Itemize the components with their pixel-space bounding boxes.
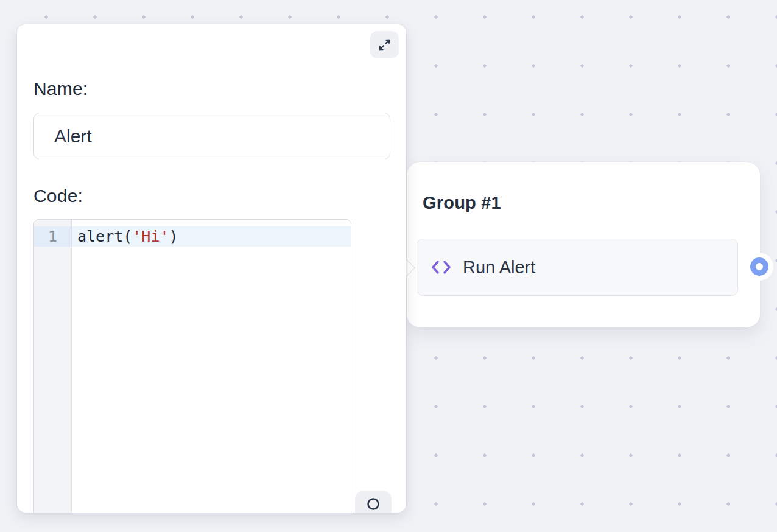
expand-button[interactable] bbox=[370, 31, 399, 58]
line-number: 1 bbox=[34, 226, 71, 247]
node-editor-panel: Name: Code: 1 alert('Hi') bbox=[17, 24, 406, 513]
code-editor-gutter: 1 bbox=[34, 220, 72, 513]
node-label: Run Alert bbox=[463, 257, 535, 278]
code-token: ) bbox=[169, 228, 178, 245]
name-input[interactable] bbox=[33, 113, 390, 159]
code-line[interactable]: alert('Hi') bbox=[72, 226, 351, 247]
group-title: Group #1 bbox=[423, 192, 501, 213]
code-label: Code: bbox=[33, 185, 83, 207]
name-label: Name: bbox=[33, 78, 88, 100]
code-editor[interactable]: 1 alert('Hi') bbox=[33, 219, 351, 513]
code-editor-content[interactable]: alert('Hi') bbox=[72, 220, 351, 513]
code-token-string: 'Hi' bbox=[132, 228, 169, 245]
person-button[interactable] bbox=[355, 491, 392, 513]
person-icon bbox=[361, 497, 385, 513]
expand-diagonal-icon bbox=[378, 38, 392, 52]
code-brackets-icon bbox=[431, 259, 451, 276]
node-run-alert[interactable]: Run Alert bbox=[417, 239, 738, 296]
group-card: Group #1 Run Alert bbox=[407, 162, 760, 327]
code-token: alert( bbox=[77, 228, 132, 245]
connection-handle[interactable] bbox=[750, 257, 768, 276]
